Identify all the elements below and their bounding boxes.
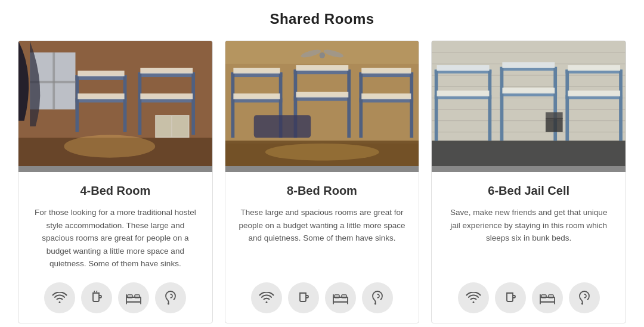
svg-rect-72 (432, 141, 626, 166)
room-desc-1: For those looking for a more traditional… (32, 206, 199, 270)
svg-rect-52 (361, 94, 411, 99)
svg-rect-93 (546, 118, 563, 132)
svg-point-61 (374, 303, 376, 304)
room-card-3: 6-Bed Jail Cell Save, make new friends a… (431, 41, 626, 323)
svg-rect-7 (75, 75, 79, 132)
bed-icon-1 (118, 282, 149, 313)
svg-rect-76 (488, 70, 492, 141)
svg-rect-56 (335, 295, 339, 298)
room-image-1 (18, 41, 212, 172)
svg-rect-97 (549, 295, 553, 298)
amenities-row-1 (44, 282, 186, 313)
card-body-1: 4-Bed Room For those looking for a more … (18, 172, 212, 323)
svg-rect-44 (347, 70, 351, 138)
svg-rect-8 (123, 75, 127, 132)
svg-rect-16 (140, 94, 193, 99)
svg-rect-19 (172, 116, 188, 136)
mug-icon-2 (288, 282, 319, 313)
svg-rect-10 (78, 94, 124, 99)
card-body-3: 6-Bed Jail Cell Save, make new friends a… (432, 172, 626, 323)
bed-icon-3 (532, 282, 563, 313)
svg-rect-22 (128, 295, 132, 298)
card-body-2: 8-Bed Room These large and spacious room… (225, 172, 419, 323)
svg-rect-50 (410, 73, 413, 138)
svg-rect-86 (503, 62, 555, 68)
svg-rect-45 (296, 65, 348, 71)
wifi-icon-3 (458, 282, 489, 313)
bed-icon-2 (325, 282, 356, 313)
room-title-2: 8-Bed Room (287, 184, 357, 198)
wifi-icon-2 (251, 282, 282, 313)
svg-rect-39 (233, 68, 280, 74)
svg-rect-75 (435, 70, 438, 141)
svg-rect-9 (78, 71, 124, 77)
svg-rect-15 (140, 68, 193, 74)
wifi-icon-1 (44, 282, 75, 313)
room-image-2 (225, 41, 419, 172)
amenities-row-3 (458, 282, 600, 313)
svg-rect-90 (620, 70, 623, 141)
svg-point-101 (581, 303, 583, 304)
svg-point-54 (265, 144, 379, 161)
svg-rect-85 (503, 88, 555, 94)
page-wrapper: Shared Rooms (0, 0, 644, 327)
ear-icon-3 (569, 282, 600, 313)
svg-rect-82 (500, 67, 504, 141)
room-image-3 (432, 41, 626, 172)
svg-rect-94 (546, 112, 563, 119)
room-desc-3: Save, make new friends and get that uniq… (445, 206, 612, 270)
room-desc-2: These large and spacious rooms are great… (239, 206, 406, 270)
svg-rect-49 (359, 73, 363, 138)
page-title: Shared Rooms (18, 11, 626, 27)
mug-icon-3 (495, 282, 526, 313)
svg-rect-14 (191, 73, 195, 135)
svg-point-20 (64, 135, 155, 158)
room-title-3: 6-Bed Jail Cell (488, 184, 569, 198)
ear-icon-2 (362, 282, 393, 313)
ear-icon-1 (155, 282, 186, 313)
svg-rect-13 (138, 73, 142, 135)
svg-rect-18 (156, 116, 171, 136)
room-card-1: 4-Bed Room For those looking for a more … (18, 41, 213, 323)
svg-rect-57 (342, 295, 346, 298)
amenities-row-2 (251, 282, 393, 313)
svg-point-27 (168, 303, 169, 304)
svg-rect-89 (566, 70, 569, 141)
svg-rect-23 (135, 295, 140, 298)
svg-rect-51 (361, 68, 411, 74)
svg-point-32 (319, 52, 325, 58)
svg-rect-40 (233, 94, 280, 99)
svg-rect-78 (437, 91, 490, 96)
cards-row: 4-Bed Room For those looking for a more … (18, 41, 626, 323)
svg-rect-96 (541, 295, 546, 298)
svg-rect-46 (296, 92, 348, 98)
svg-rect-37 (231, 73, 234, 138)
svg-rect-91 (568, 65, 621, 71)
svg-rect-79 (437, 65, 490, 71)
room-title-1: 4-Bed Room (80, 184, 150, 198)
room-card-2: 8-Bed Room These large and spacious room… (225, 41, 420, 323)
svg-rect-53 (253, 115, 310, 138)
svg-rect-92 (568, 91, 621, 96)
mug-icon-1 (81, 282, 112, 313)
